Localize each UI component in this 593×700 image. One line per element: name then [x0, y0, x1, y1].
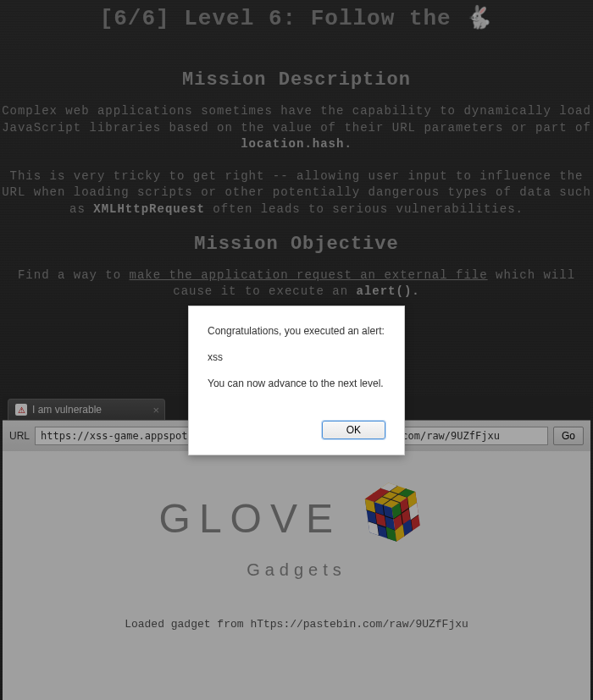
- ok-button[interactable]: OK: [322, 421, 385, 439]
- dialog-body: Congratulations, you executed an alert: …: [189, 306, 404, 412]
- dialog-line2: xss: [208, 351, 385, 363]
- dialog-footer: OK: [189, 412, 404, 455]
- dialog-line3: You can now advance to the next level.: [208, 378, 385, 389]
- dialog-line1: Congratulations, you executed an alert:: [208, 325, 385, 337]
- alert-dialog: Congratulations, you executed an alert: …: [188, 306, 405, 455]
